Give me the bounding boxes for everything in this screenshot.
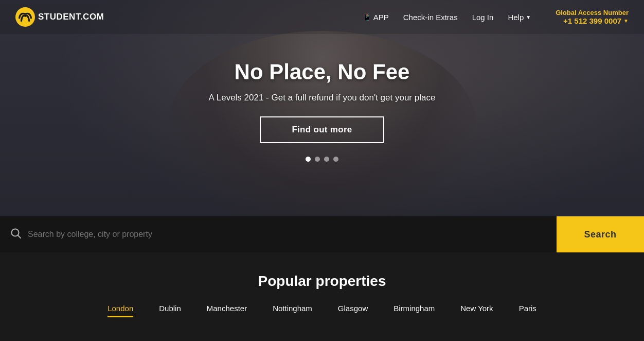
hero-section: STUDENT.COM 📱 APP Check-in Extras Log In…: [0, 0, 644, 252]
checkin-nav-item[interactable]: Check-in Extras: [403, 13, 458, 22]
city-item-paris[interactable]: Paris: [519, 304, 536, 317]
app-label: APP: [373, 13, 389, 22]
city-underline: [108, 316, 133, 317]
find-out-more-button[interactable]: Find out more: [260, 116, 384, 143]
city-name: Birmingham: [393, 304, 435, 313]
header: STUDENT.COM 📱 APP Check-in Extras Log In…: [0, 0, 644, 34]
city-item-glasgow[interactable]: Glasgow: [338, 304, 368, 317]
hero-dots: [306, 157, 338, 162]
city-name: London: [108, 304, 133, 313]
svg-line-2: [18, 235, 21, 238]
hero-title: No Place, No Fee: [235, 60, 410, 84]
city-list: LondonDublinManchesterNottinghamGlasgowB…: [15, 304, 629, 317]
popular-properties-title: Popular properties: [15, 273, 629, 289]
city-item-new-york[interactable]: New York: [460, 304, 493, 317]
phone-icon: 📱: [363, 13, 371, 21]
search-input-wrap: [0, 216, 557, 252]
hero-subtitle: A Levels 2021 - Get a full refund if you…: [209, 93, 436, 103]
city-name: Glasgow: [338, 304, 368, 313]
logo-icon: [15, 7, 35, 27]
search-button[interactable]: Search: [557, 216, 644, 252]
dot-4[interactable]: [333, 157, 338, 162]
dot-3[interactable]: [324, 157, 329, 162]
logo[interactable]: STUDENT.COM: [15, 7, 363, 27]
help-label: Help: [508, 13, 524, 22]
city-name: Manchester: [207, 304, 247, 313]
help-chevron-icon: ▼: [526, 14, 531, 20]
logo-text: STUDENT.COM: [38, 12, 104, 22]
city-item-birmingham[interactable]: Birmingham: [393, 304, 435, 317]
city-name: Paris: [519, 304, 536, 313]
login-label: Log In: [472, 13, 494, 22]
popular-properties-section: Popular properties LondonDublinMancheste…: [0, 252, 644, 333]
search-bar: Search: [0, 216, 644, 252]
city-item-dublin[interactable]: Dublin: [159, 304, 181, 317]
city-name: Dublin: [159, 304, 181, 313]
header-nav: 📱 APP Check-in Extras Log In Help ▼ Glob…: [363, 9, 629, 25]
city-item-manchester[interactable]: Manchester: [207, 304, 247, 317]
app-nav-item[interactable]: 📱 APP: [363, 13, 389, 22]
search-icon: [10, 228, 22, 242]
city-name: New York: [460, 304, 493, 313]
global-access-label: Global Access Number: [556, 9, 629, 16]
global-access-section: Global Access Number +1 512 399 0007 ▼: [556, 9, 629, 25]
global-access-number[interactable]: +1 512 399 0007 ▼: [563, 16, 629, 25]
checkin-label: Check-in Extras: [403, 13, 458, 22]
city-item-nottingham[interactable]: Nottingham: [273, 304, 312, 317]
city-name: Nottingham: [273, 304, 312, 313]
search-input[interactable]: [28, 230, 546, 239]
dot-1[interactable]: [306, 157, 311, 162]
login-nav-item[interactable]: Log In: [472, 13, 494, 22]
number-chevron-icon: ▼: [623, 18, 629, 24]
help-nav-item[interactable]: Help ▼: [508, 13, 531, 22]
dot-2[interactable]: [315, 157, 320, 162]
city-item-london[interactable]: London: [108, 304, 133, 317]
